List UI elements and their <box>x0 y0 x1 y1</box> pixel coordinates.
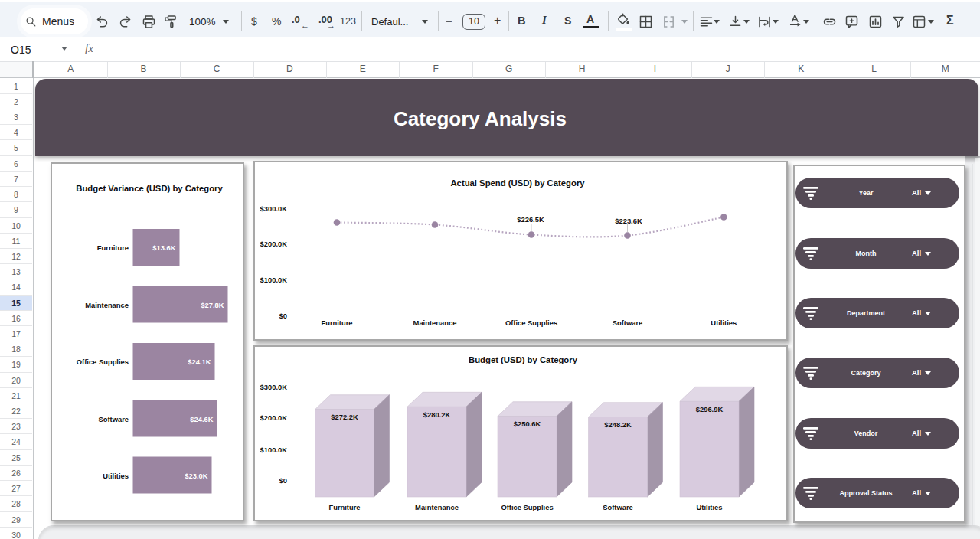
svg-text:Furniture: Furniture <box>328 503 360 511</box>
svg-text:$100.0K: $100.0K <box>260 275 288 283</box>
svg-text:Maintenance: Maintenance <box>413 318 457 326</box>
svg-text:$200.0K: $200.0K <box>260 413 288 422</box>
svg-text:Budget (USD) by Category: Budget (USD) by Category <box>469 355 578 364</box>
svg-text:$250.6K: $250.6K <box>514 420 541 428</box>
svg-text:$280.2K: $280.2K <box>423 410 451 419</box>
svg-text:$27.8K: $27.8K <box>201 301 224 309</box>
svg-text:$13.6K: $13.6K <box>152 243 175 252</box>
svg-text:$200.0K: $200.0K <box>260 239 288 247</box>
svg-text:Office Supplies: Office Supplies <box>77 358 129 366</box>
svg-text:$24.1K: $24.1K <box>188 358 211 366</box>
svg-text:$223.6K: $223.6K <box>615 216 642 224</box>
svg-text:$300.0K: $300.0K <box>260 383 288 391</box>
svg-text:Budget Variance (USD) by Categ: Budget Variance (USD) by Category <box>76 184 223 193</box>
svg-text:Software: Software <box>98 415 129 423</box>
svg-text:Maintenance: Maintenance <box>415 503 459 511</box>
svg-text:$300.0K: $300.0K <box>260 204 288 213</box>
svg-text:Software: Software <box>612 318 643 326</box>
svg-text:$24.6K: $24.6K <box>190 415 213 423</box>
svg-text:Maintenance: Maintenance <box>85 301 129 309</box>
svg-text:Furniture: Furniture <box>321 318 352 326</box>
svg-text:$23.0K: $23.0K <box>185 472 207 480</box>
svg-text:Utilities: Utilities <box>710 318 737 326</box>
svg-text:Office Supplies: Office Supplies <box>501 503 553 511</box>
svg-text:Actual Spend (USD) by Category: Actual Spend (USD) by Category <box>450 178 585 188</box>
svg-text:$226.5K: $226.5K <box>517 215 544 224</box>
svg-text:$272.2K: $272.2K <box>331 413 358 421</box>
svg-text:$0: $0 <box>279 476 287 485</box>
svg-text:$0: $0 <box>279 312 287 320</box>
svg-text:Furniture: Furniture <box>97 243 129 252</box>
svg-text:$248.2K: $248.2K <box>604 420 632 429</box>
svg-text:Utilities: Utilities <box>697 503 723 511</box>
svg-text:$100.0K: $100.0K <box>260 446 288 454</box>
svg-text:$296.9K: $296.9K <box>696 405 724 413</box>
svg-text:Software: Software <box>603 503 633 511</box>
svg-text:Utilities: Utilities <box>103 472 129 480</box>
svg-text:Office Supplies: Office Supplies <box>505 318 557 326</box>
